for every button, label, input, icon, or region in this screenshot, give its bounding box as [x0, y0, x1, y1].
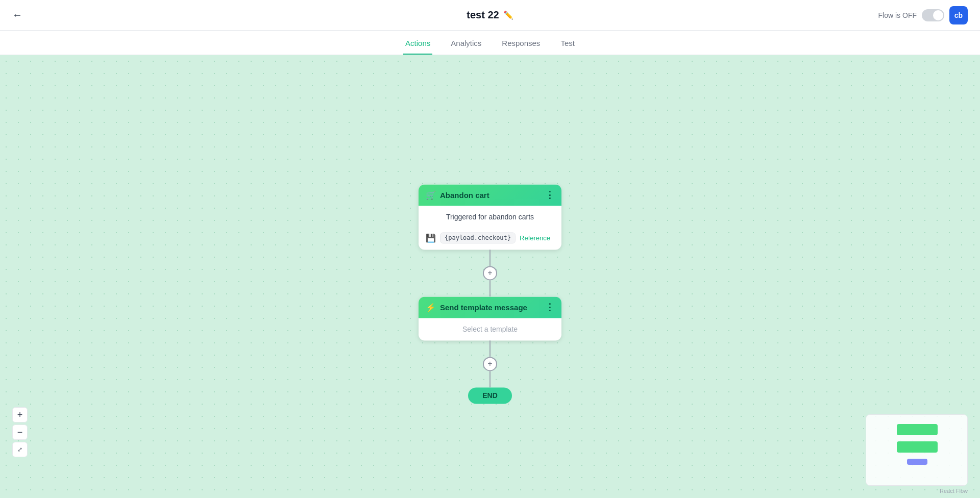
- mini-block-2: [897, 441, 938, 453]
- send-template-title: Send template message: [440, 303, 527, 312]
- abandon-cart-footer: 💾 {payload.checkout} Reference: [419, 228, 561, 250]
- tabs-bar: Actions Analytics Responses Test: [0, 31, 980, 55]
- send-template-card[interactable]: ⚡ Send template message ⋮ Select a templ…: [419, 296, 561, 340]
- zoom-fit-button[interactable]: ⤢: [12, 442, 28, 457]
- bolt-icon: ⚡: [426, 303, 436, 312]
- abandon-cart-menu-button[interactable]: ⋮: [545, 189, 554, 201]
- tab-analytics[interactable]: Analytics: [449, 39, 483, 55]
- payload-chip[interactable]: {payload.checkout}: [440, 232, 516, 243]
- mini-block-end: [907, 459, 927, 465]
- connector-line-2b: [489, 371, 491, 387]
- connector-line-2: [489, 340, 491, 357]
- flow-toggle-area: Flow is OFF cb: [878, 6, 968, 24]
- send-template-menu-button[interactable]: ⋮: [545, 302, 554, 313]
- react-flow-label: React Flow: [940, 488, 968, 494]
- flow-content: 🛒 Abandon cart ⋮ Triggered for abandon c…: [419, 184, 561, 404]
- reference-link[interactable]: Reference: [520, 234, 550, 242]
- cart-icon: 🛒: [426, 190, 436, 200]
- tab-responses[interactable]: Responses: [500, 39, 542, 55]
- flow-canvas: 🛒 Abandon cart ⋮ Triggered for abandon c…: [0, 55, 980, 498]
- header-center: test 22 ✏️: [467, 9, 513, 21]
- avatar: cb: [949, 6, 968, 24]
- end-node: END: [468, 387, 512, 404]
- abandon-cart-title: Abandon cart: [440, 191, 489, 200]
- send-template-header: ⚡ Send template message ⋮: [419, 296, 561, 318]
- zoom-controls: + − ⤢: [12, 407, 28, 457]
- mini-block-1: [897, 424, 938, 435]
- tab-test[interactable]: Test: [558, 39, 577, 55]
- edit-icon[interactable]: ✏️: [503, 10, 513, 20]
- send-template-body[interactable]: Select a template: [419, 318, 561, 340]
- abandon-cart-card: 🛒 Abandon cart ⋮ Triggered for abandon c…: [419, 184, 561, 250]
- back-button[interactable]: ←: [12, 9, 22, 21]
- page-title: test 22: [467, 9, 499, 21]
- add-step-button-1[interactable]: +: [483, 266, 497, 280]
- abandon-cart-header: 🛒 Abandon cart ⋮: [419, 184, 561, 206]
- connector-line-1b: [489, 280, 491, 296]
- connector-1: +: [483, 250, 497, 296]
- mini-map-inner: [866, 415, 967, 485]
- mini-map: [866, 414, 968, 486]
- toggle-knob: [933, 10, 943, 20]
- flow-toggle[interactable]: [922, 9, 944, 21]
- abandon-cart-body: Triggered for abandon carts: [419, 206, 561, 228]
- flow-status-label: Flow is OFF: [878, 11, 917, 19]
- add-step-button-2[interactable]: +: [483, 357, 497, 371]
- header: ← test 22 ✏️ Flow is OFF cb: [0, 0, 980, 31]
- save-icon: 💾: [426, 233, 436, 243]
- connector-2: +: [483, 340, 497, 387]
- zoom-out-button[interactable]: −: [12, 425, 28, 440]
- tab-actions[interactable]: Actions: [403, 39, 432, 55]
- zoom-in-button[interactable]: +: [12, 407, 28, 422]
- connector-line-1: [489, 250, 491, 266]
